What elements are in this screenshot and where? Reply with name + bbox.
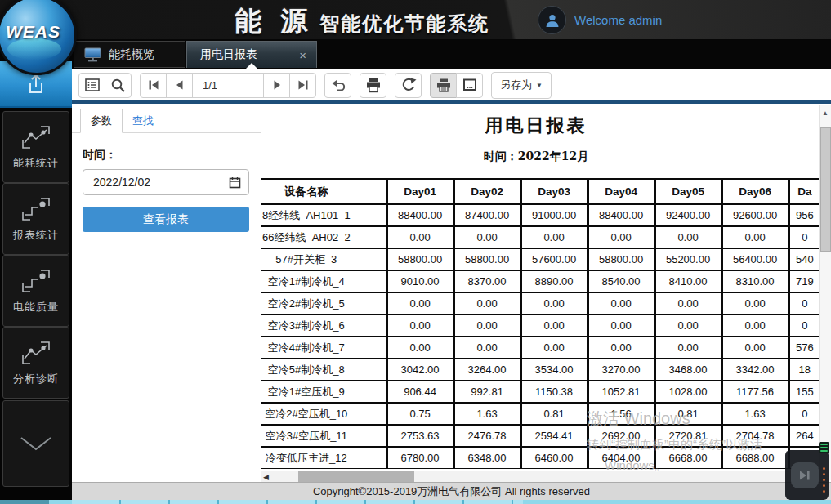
sidebar-expand-button[interactable] [2,400,69,487]
calendar-icon[interactable] [229,176,241,189]
table-cell: 1150.38 [520,381,588,403]
horizontal-scrollbar-thumb[interactable] [298,471,414,482]
tab-daily-power-report[interactable]: 用电日报表 × [186,41,317,68]
left-sidebar: 能耗统计 报表统计 电能质量 [0,61,72,504]
welcome-text: Welcome admin [574,13,662,27]
first-page-icon [146,78,161,92]
table-cell: 0.00 [588,226,655,248]
table-cell: 0.00 [520,337,588,359]
monitor-icon [84,47,101,62]
table-cell: 0 [789,314,820,337]
previous-page-button[interactable] [166,73,193,98]
table-cell: 冷变低压主进_12 [261,447,386,469]
table-cell: 2476.78 [453,425,520,447]
table-cell: 57600.00 [520,248,588,270]
table-cell: 0.00 [386,226,453,248]
report-viewer: 用电日报表 时间：2022年12月 设备名称Day01Day02Day03Day… [261,104,831,486]
table-cell: 空冷1#空压机_9 [261,381,386,403]
table-cell: 3270.00 [588,359,655,381]
sidebar-item-energy-statistics[interactable]: 能耗统计 [2,111,69,183]
column-header: Day01 [386,179,453,204]
table-cell: 155 [789,381,820,403]
back-button[interactable] [324,73,351,98]
horizontal-scrollbar[interactable]: ◀ [261,471,822,483]
table-cell: 1052.81 [588,381,655,403]
date-input[interactable]: 2022/12/02 [83,169,249,195]
chevron-down-icon: ▼ [536,82,543,89]
table-cell: 0.00 [588,292,655,314]
table-cell: 1.56 [588,403,655,425]
table-cell: 0.81 [520,403,588,425]
scroll-up-arrow-icon[interactable]: ▲ [822,109,829,117]
table-row: 空冷3#空压机_112753.632476.782594.412692.0027… [261,425,821,447]
page-setup-button[interactable] [456,73,483,98]
toggle-parameters-button[interactable] [78,73,105,98]
app-title: 能 源智能优化节能系统 [235,3,489,40]
app-window: 能 源智能优化节能系统 Welcome admin WEAS 能耗概览 [0,0,831,504]
table-cell: 956 [789,204,820,226]
table-cell: 0.00 [655,337,722,359]
recorder-options-dots[interactable] [823,467,825,493]
table-cell: 576 [789,337,820,359]
table-cell: 58800.00 [588,248,655,270]
report-table-container: 设备名称Day01Day02Day03Day04Day05Day06Da8经纬线… [261,178,822,469]
bottom-edge-strip [0,500,831,504]
sidebar-item-label: 能耗统计 [13,156,59,171]
table-cell: 6348.00 [453,447,520,469]
table-row: 57#开关柜_358800.0058800.0057600.0058800.00… [261,248,821,270]
sidebar-item-label: 报表统计 [13,228,59,243]
user-menu[interactable]: Welcome admin [538,6,662,34]
save-as-label: 另存为 [500,78,532,92]
table-cell: 0.00 [386,314,453,337]
table-cell: 92400.00 [655,204,722,226]
table-cell: 0.00 [520,292,588,314]
tab-find[interactable]: 查找 [123,109,163,132]
table-row: 空冷4#制冷机_70.000.000.000.000.000.00576 [261,337,821,359]
refresh-button[interactable] [395,73,422,98]
main-area: 另存为 ▼ 参数 查找 时间： 2022/12/02 查看报表 [72,69,831,504]
table-cell: 8410.00 [655,270,722,292]
table-cell: 0 [789,403,820,425]
save-as-button[interactable]: 另存为 ▼ [491,72,552,99]
user-avatar[interactable] [538,6,566,34]
table-cell: 66经纬线_AH02_2 [261,226,386,248]
print-layout-button[interactable] [430,73,457,98]
sidebar-item-power-quality[interactable]: 电能质量 [2,255,69,327]
table-cell: 0.00 [722,292,789,314]
report-subtitle: 时间：2022年12月 [261,149,811,164]
print-button[interactable] [360,73,386,98]
undo-arrow-icon [330,77,346,93]
table-cell: 空冷4#制冷机_7 [261,337,386,359]
view-report-button[interactable]: 查看报表 [83,207,249,232]
table-cell: 57#开关柜_3 [261,248,386,270]
first-page-button[interactable] [140,73,167,98]
next-page-button[interactable] [263,73,290,98]
table-cell: 0.00 [722,226,789,248]
tab-close-icon[interactable]: × [299,48,306,62]
search-button[interactable] [105,73,132,98]
vertical-scrollbar[interactable]: ▲ [819,105,831,480]
table-cell: 0.00 [520,314,588,337]
table-cell: 0.00 [386,337,453,359]
recorder-menu-icon[interactable] [819,442,829,453]
column-header: 设备名称 [261,179,386,204]
table-cell: 0.00 [722,314,789,337]
next-page-icon [270,78,284,92]
sidebar-item-analysis-diagnosis[interactable]: 分析诊断 [2,327,69,399]
page-indicator-input[interactable] [192,73,264,98]
table-cell: 0.00 [453,314,520,337]
table-row: 空冷2#制冷机_50.000.000.000.000.000.000 [261,292,821,314]
tab-energy-overview[interactable]: 能耗概览 [74,41,185,68]
last-page-button[interactable] [289,73,316,98]
table-cell: 3264.00 [453,359,520,381]
table-cell: 3534.00 [520,359,588,381]
table-cell: 1028.00 [655,381,722,403]
tab-parameters[interactable]: 参数 [80,109,123,133]
play-skip-icon [798,470,811,481]
recorder-play-button[interactable] [791,462,819,488]
vertical-scrollbar-thumb[interactable] [820,127,831,252]
sidebar-item-report-statistics[interactable]: 报表统计 [2,183,69,255]
scroll-left-arrow-icon[interactable]: ◀ [263,473,269,481]
app-title-main: 能 源 [235,6,313,36]
table-cell: 91000.00 [520,204,588,226]
